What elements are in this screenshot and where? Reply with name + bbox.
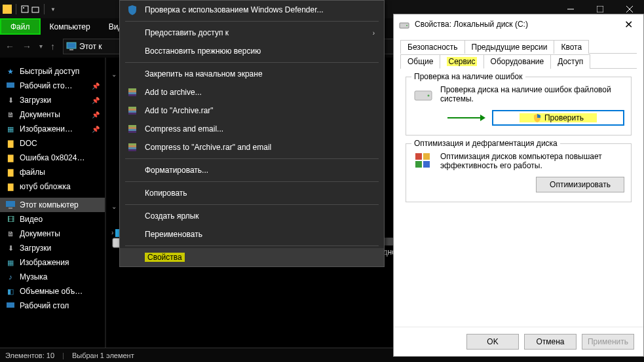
sidebar-item-label: DOC: [20, 139, 37, 148]
sidebar-item-3d[interactable]: ◧Объемные объ…: [0, 284, 105, 299]
sidebar-item-pictures-pc[interactable]: ▦Изображения: [0, 255, 105, 270]
tab-hardware[interactable]: Оборудование: [483, 54, 552, 69]
close-button[interactable]: ✕: [619, 17, 638, 32]
svg-rect-43: [423, 153, 430, 160]
download-icon: ⬇: [5, 95, 16, 105]
nav-up-button[interactable]: ↑: [50, 41, 55, 52]
tab-general[interactable]: Общие: [400, 54, 440, 69]
sidebar-item-files[interactable]: ▇файлы: [0, 165, 105, 179]
tab-previous-versions[interactable]: Предыдущие версии: [464, 40, 555, 54]
ctx-pin-start[interactable]: Закрепить на начальном экране: [120, 65, 384, 83]
svg-rect-0: [3, 5, 12, 14]
qat-dropdown-icon[interactable]: ▼: [48, 5, 58, 14]
optimize-description: Оптимизация дисков компьютера повышает э…: [440, 152, 624, 170]
app-icon: [3, 5, 12, 14]
tab-quota[interactable]: Квота: [554, 40, 589, 54]
sidebar-item-error[interactable]: ▇Ошибка 0x8024…: [0, 151, 105, 165]
ctx-restore[interactable]: Восстановить прежнюю версию: [120, 42, 384, 60]
svg-rect-13: [7, 302, 14, 308]
context-menu: Проверка с использованием Windows Defend…: [119, 0, 385, 267]
download-icon: ⬇: [5, 243, 16, 253]
tab-security[interactable]: Безопасность: [400, 40, 465, 54]
ribbon-tab-computer[interactable]: Компьютер: [41, 18, 100, 35]
svg-rect-27: [128, 111, 136, 113]
dialog-title: Свойства: Локальный диск (C:): [415, 20, 528, 29]
ctx-label: Проверка с использованием Windows Defend…: [145, 5, 375, 14]
chevron-right-icon: ›: [373, 29, 375, 37]
tab-tools[interactable]: Сервис: [440, 54, 483, 69]
tab-sharing[interactable]: Доступ: [550, 54, 590, 69]
sidebar-item-youtube[interactable]: ▇ютуб обложка: [0, 179, 105, 194]
ctx-compress-email[interactable]: Compress and email...: [120, 120, 384, 138]
check-button[interactable]: Проверить: [492, 110, 624, 126]
ctx-compress-rar-email[interactable]: Compress to "Archive.rar" and email: [120, 138, 384, 156]
shield-icon: [533, 113, 542, 122]
svg-point-39: [428, 95, 430, 97]
cube-icon: ◧: [5, 286, 16, 297]
nav-back-button[interactable]: ←: [5, 41, 14, 52]
sidebar-item-label: Загрузки: [20, 244, 51, 253]
ctx-shortcut[interactable]: Создать ярлык: [120, 207, 384, 225]
svg-rect-30: [128, 127, 136, 129]
desktop-icon: [5, 81, 16, 91]
desktop-icon: [5, 300, 16, 311]
qat-new-folder-icon[interactable]: [31, 5, 40, 14]
chevron-down-icon[interactable]: ⌄: [111, 203, 117, 210]
status-selection: Выбран 1 элемент: [72, 352, 134, 359]
sidebar-item-pictures[interactable]: ▦Изображени…📌: [0, 122, 105, 136]
ctx-add-rar[interactable]: Add to "Archive.rar": [120, 101, 384, 120]
ctx-label: Закрепить на начальном экране: [145, 69, 375, 79]
sidebar-item-label: Видео: [20, 215, 43, 224]
sidebar-item-desktop-pc[interactable]: Рабочий стол: [0, 299, 105, 313]
breadcrumb[interactable]: Этот к: [79, 42, 102, 51]
svg-rect-42: [415, 153, 422, 160]
sidebar-item-desktop[interactable]: Рабочий сто…📌: [0, 79, 105, 93]
ctx-defender[interactable]: Проверка с использованием Windows Defend…: [120, 1, 384, 19]
sidebar-item-downloads[interactable]: ⬇Загрузки📌: [0, 93, 105, 107]
svg-rect-31: [128, 129, 136, 131]
sidebar-item-doc[interactable]: ▇DOC: [0, 136, 105, 151]
status-item-count: Элементов: 10: [5, 352, 54, 359]
ctx-copy[interactable]: Копировать: [120, 184, 384, 202]
svg-rect-34: [128, 145, 136, 147]
apply-button[interactable]: Применить: [582, 334, 634, 350]
ctx-label: Форматировать...: [145, 166, 375, 175]
ctx-properties[interactable]: Свойства: [120, 248, 384, 266]
star-icon: ★: [5, 66, 16, 77]
video-icon: 🎞: [5, 214, 16, 225]
ctx-label: Предоставить доступ к: [145, 28, 366, 37]
drive-icon: [399, 19, 409, 29]
ctx-format[interactable]: Форматировать...: [120, 161, 384, 179]
properties-dialog: Свойства: Локальный диск (C:) ✕ Безопасн…: [393, 14, 644, 357]
pin-icon: 📌: [92, 82, 100, 90]
dialog-footer: OK Отмена Применить: [394, 327, 643, 356]
chevron-down-icon[interactable]: ⌄: [111, 71, 117, 78]
sidebar-quick-label: Быстрый доступ: [20, 67, 79, 76]
sidebar-this-pc[interactable]: Этот компьютер: [0, 198, 105, 212]
qat-properties-icon[interactable]: [20, 5, 29, 14]
ctx-rename[interactable]: Переименовать: [120, 225, 384, 244]
sidebar-item-music[interactable]: ♪Музыка: [0, 270, 105, 284]
sidebar-item-documents-pc[interactable]: 🗎Документы: [0, 226, 105, 241]
ctx-share[interactable]: Предоставить доступ к›: [120, 24, 384, 42]
nav-forward-button[interactable]: →: [22, 41, 31, 52]
sidebar-quick-access[interactable]: ★ Быстрый доступ: [0, 64, 105, 79]
sidebar-item-video[interactable]: 🎞Видео: [0, 212, 105, 226]
ctx-label: Восстановить прежнюю версию: [145, 46, 375, 56]
sidebar-item-label: Рабочий стол: [20, 301, 69, 310]
error-checking-group: Проверка на наличие ошибок Проверка диск…: [406, 77, 632, 136]
ctx-label: Переименовать: [145, 230, 375, 239]
sidebar-item-label: Объемные объ…: [20, 287, 83, 296]
check-description: Проверка диска на наличие ошибок файлово…: [440, 85, 624, 103]
optimize-icon: [413, 152, 434, 170]
sidebar-item-documents[interactable]: 🗎Документы📌: [0, 107, 105, 122]
cancel-button[interactable]: Отмена: [524, 334, 577, 350]
ctx-add-archive[interactable]: Add to archive...: [120, 83, 384, 101]
ribbon-tab-file[interactable]: Файл: [0, 18, 41, 35]
sidebar-item-downloads-pc[interactable]: ⬇Загрузки: [0, 241, 105, 255]
optimize-button[interactable]: Оптимизировать: [536, 177, 624, 192]
pin-icon: 📌: [92, 126, 100, 133]
sidebar-item-label: Изображения: [20, 258, 69, 267]
ok-button[interactable]: OK: [466, 334, 519, 350]
nav-history-dropdown[interactable]: ▾: [39, 43, 43, 50]
